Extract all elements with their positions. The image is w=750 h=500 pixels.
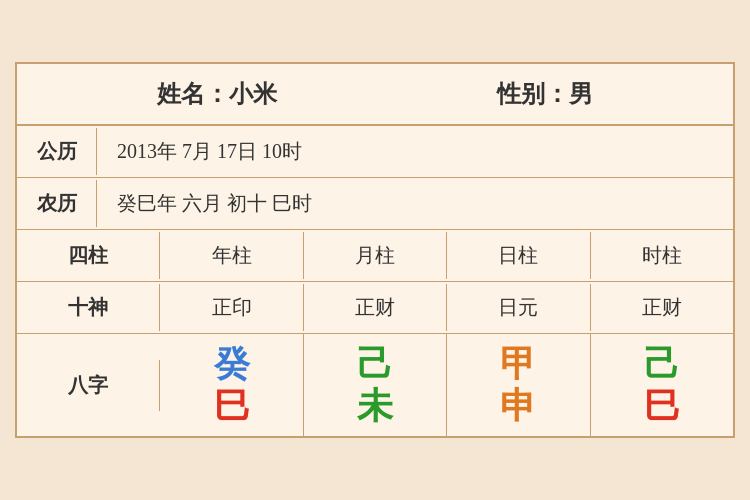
bazhi-year-bottom: 巳 [214, 388, 250, 424]
bazhi-month-bottom: 未 [357, 388, 393, 424]
shishen-month: 正财 [304, 284, 447, 331]
col-year: 年柱 [160, 232, 303, 279]
col-day: 日柱 [447, 232, 590, 279]
shishen-day: 日元 [447, 284, 590, 331]
lunar-value: 癸巳年 六月 初十 巳时 [97, 180, 733, 227]
lunar-row: 农历 癸巳年 六月 初十 巳时 [17, 178, 733, 230]
bazhi-hour-bottom: 巳 [644, 388, 680, 424]
columns-header-row: 四柱 年柱 月柱 日柱 时柱 [17, 230, 733, 282]
bazhi-label: 八字 [17, 360, 160, 411]
shishen-label: 十神 [17, 284, 160, 331]
shishen-year: 正印 [160, 284, 303, 331]
bazhi-row: 八字 癸 巳 己 未 甲 申 己 巳 [17, 334, 733, 436]
bazhi-day: 甲 申 [447, 334, 590, 436]
bazhi-month-top: 己 [357, 346, 393, 382]
bazhi-day-bottom: 申 [500, 388, 536, 424]
gender-label: 性别：男 [497, 78, 593, 110]
lunar-label: 农历 [17, 180, 97, 227]
bazhi-year-top: 癸 [214, 346, 250, 382]
header-row: 姓名：小米 性别：男 [17, 64, 733, 126]
solar-row: 公历 2013年 7月 17日 10时 [17, 126, 733, 178]
bazhi-day-top: 甲 [500, 346, 536, 382]
name-label: 姓名：小米 [157, 78, 277, 110]
shishen-hour: 正财 [591, 284, 733, 331]
main-container: 姓名：小米 性别：男 公历 2013年 7月 17日 10时 农历 癸巳年 六月… [15, 62, 735, 438]
col-month: 月柱 [304, 232, 447, 279]
columns-header-label: 四柱 [17, 232, 160, 279]
bazhi-hour: 己 巳 [591, 334, 733, 436]
solar-label: 公历 [17, 128, 97, 175]
col-hour: 时柱 [591, 232, 733, 279]
bazhi-year: 癸 巳 [160, 334, 303, 436]
shishen-row: 十神 正印 正财 日元 正财 [17, 282, 733, 334]
bazhi-hour-top: 己 [644, 346, 680, 382]
bazhi-month: 己 未 [304, 334, 447, 436]
solar-value: 2013年 7月 17日 10时 [97, 128, 733, 175]
